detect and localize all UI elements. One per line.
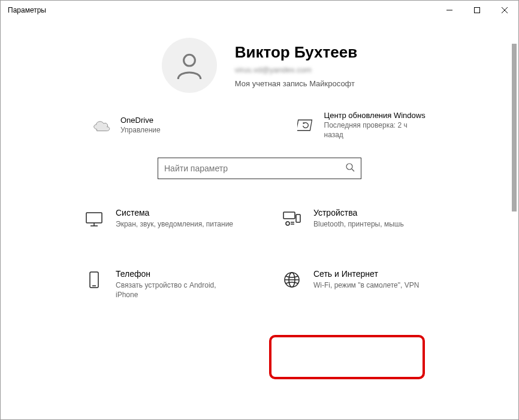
titlebar: Параметры: [1, 1, 518, 20]
phone-icon: [83, 269, 105, 291]
user-account-link[interactable]: Моя учетная запись Майкрософт: [235, 79, 357, 88]
svg-rect-12: [283, 212, 295, 219]
update-title: Центр обновления Windows: [324, 111, 427, 120]
globe-icon: [281, 269, 303, 291]
category-title: Сеть и Интернет: [313, 269, 419, 279]
svg-rect-5: [297, 120, 312, 131]
scrollbar[interactable]: [509, 20, 518, 419]
category-sub: Wi-Fi, режим "в самолете", VPN: [313, 280, 419, 290]
svg-line-8: [352, 169, 354, 171]
maximize-button[interactable]: [463, 1, 491, 20]
svg-point-7: [346, 164, 352, 170]
svg-rect-17: [90, 272, 98, 288]
scroll-thumb[interactable]: [512, 44, 517, 211]
category-network[interactable]: Сеть и Интернет Wi-Fi, режим "в самолете…: [277, 264, 439, 304]
search-input[interactable]: [164, 164, 345, 173]
close-button[interactable]: [491, 1, 518, 20]
category-title: Устройства: [313, 208, 404, 217]
category-title: Система: [116, 208, 233, 217]
onedrive-tile[interactable]: OneDrive Управление: [92, 111, 224, 140]
search-box[interactable]: [158, 158, 361, 179]
category-system[interactable]: Система Экран, звук, уведомления, питани…: [80, 203, 242, 234]
person-icon: [174, 50, 204, 80]
user-info: Виктор Бухтеев virus.vd@yandex.com Моя у…: [235, 43, 357, 88]
onedrive-sub: Управление: [120, 126, 161, 135]
monitor-icon: [83, 208, 105, 229]
user-name: Виктор Бухтеев: [235, 43, 357, 62]
svg-point-4: [183, 55, 195, 66]
window-controls: [436, 1, 518, 20]
category-sub: Bluetooth, принтеры, мышь: [313, 219, 404, 229]
avatar[interactable]: [162, 38, 217, 93]
onedrive-title: OneDrive: [120, 116, 161, 125]
sync-icon: [295, 115, 316, 135]
search-icon: [345, 162, 355, 174]
user-email: virus.vd@yandex.com: [235, 65, 357, 74]
devices-icon: [281, 208, 303, 229]
cloud-icon: [92, 115, 112, 135]
svg-rect-13: [296, 214, 300, 222]
user-hero: Виктор Бухтеев virus.vd@yandex.com Моя у…: [1, 20, 518, 105]
update-tile[interactable]: Центр обновления Windows Последняя прове…: [295, 111, 427, 140]
category-devices[interactable]: Устройства Bluetooth, принтеры, мышь: [277, 203, 439, 234]
window-title: Параметры: [8, 6, 436, 14]
update-sub: Последняя проверка: 2 ч назад: [324, 121, 427, 140]
category-title: Телефон: [116, 269, 238, 279]
svg-rect-9: [86, 213, 102, 223]
annotation-highlight: [269, 335, 425, 379]
search-row: [1, 158, 518, 179]
category-sub: Связать устройство с Android, iPhone: [116, 280, 238, 300]
minimize-button[interactable]: [436, 1, 463, 20]
account-tiles: OneDrive Управление Центр обновления Win…: [1, 111, 518, 140]
svg-point-14: [286, 222, 289, 225]
categories-grid: Система Экран, звук, уведомления, питани…: [80, 203, 439, 304]
category-phone[interactable]: Телефон Связать устройство с Android, iP…: [80, 264, 242, 304]
category-sub: Экран, звук, уведомления, питание: [116, 219, 233, 229]
svg-rect-1: [475, 8, 480, 13]
